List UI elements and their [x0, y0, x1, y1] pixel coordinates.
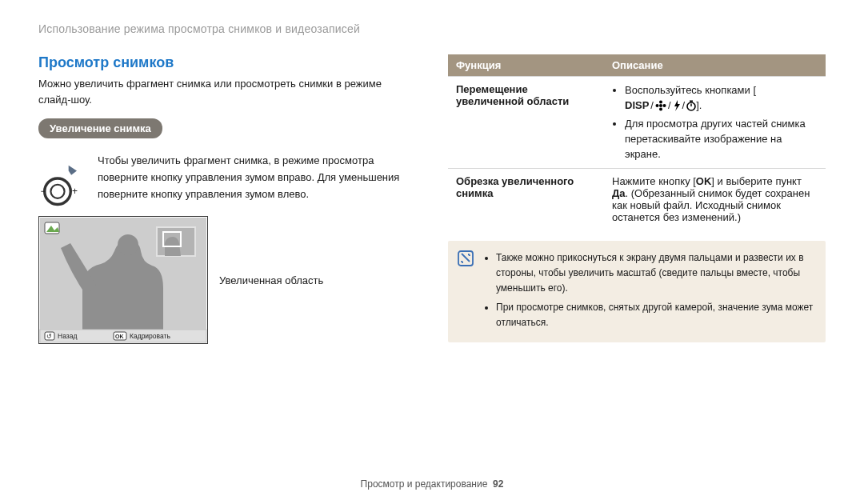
row2-desc: Нажмите кнопку [OK] и выберите пункт Да.… [604, 169, 826, 230]
timer-icon [686, 100, 696, 111]
svg-point-17 [659, 101, 662, 104]
row1-desc: Воспользуйтесь кнопками [ DISP/ / / ]. Д… [604, 77, 826, 169]
ok-key-icon: OK [696, 175, 712, 187]
table-row: Обрезка увеличенного снимка Нажмите кноп… [448, 169, 826, 230]
crop-label: Кадрировать [130, 332, 170, 340]
svg-point-2 [50, 185, 64, 198]
section-title: Просмотр снимков [38, 54, 416, 71]
zoom-instruction-text: Чтобы увеличить фрагмент снимка, в режим… [98, 153, 416, 202]
svg-text:↺: ↺ [46, 333, 52, 340]
svg-text:+: + [72, 186, 78, 197]
svg-point-20 [662, 104, 666, 107]
zoom-heading-pill: Увеличение снимка [38, 118, 162, 138]
note-item: При просмотре снимков, снятых другой кам… [496, 300, 814, 330]
th-function: Функция [448, 54, 604, 77]
breadcrumb: Использование режима просмотра снимков и… [38, 22, 826, 35]
enlarged-area-label: Увеличенная область [219, 274, 323, 286]
table-row: Перемещение увеличенной области Воспольз… [448, 77, 826, 169]
svg-point-19 [655, 104, 658, 107]
svg-point-16 [659, 104, 662, 107]
flash-icon [673, 100, 681, 111]
svg-text:−: − [41, 186, 46, 197]
function-table: Функция Описание Перемещение увеличенной… [448, 54, 826, 230]
note-item: Также можно прикоснуться к экрану двумя … [496, 250, 814, 295]
th-description: Описание [604, 54, 826, 77]
zoom-dial-icon: − + [38, 164, 86, 206]
intro-text: Можно увеличить фрагмент снимка или прос… [38, 76, 416, 107]
preview-screenshot: ↺ Назад OK Кадрировать [38, 216, 208, 344]
note-box: Также можно прикоснуться к экрану двумя … [448, 241, 826, 342]
svg-point-18 [659, 108, 662, 111]
svg-rect-23 [690, 101, 693, 102]
back-label: Назад [58, 332, 77, 340]
flower-icon [655, 100, 666, 111]
svg-text:OK: OK [115, 334, 124, 339]
row2-name: Обрезка увеличенного снимка [448, 169, 604, 230]
row1-name: Перемещение увеличенной области [448, 77, 604, 169]
note-info-icon [458, 250, 474, 330]
disp-key-icon: DISP [625, 98, 649, 114]
svg-point-7 [118, 234, 138, 255]
page-footer: Просмотр и редактирование 92 [0, 478, 864, 490]
